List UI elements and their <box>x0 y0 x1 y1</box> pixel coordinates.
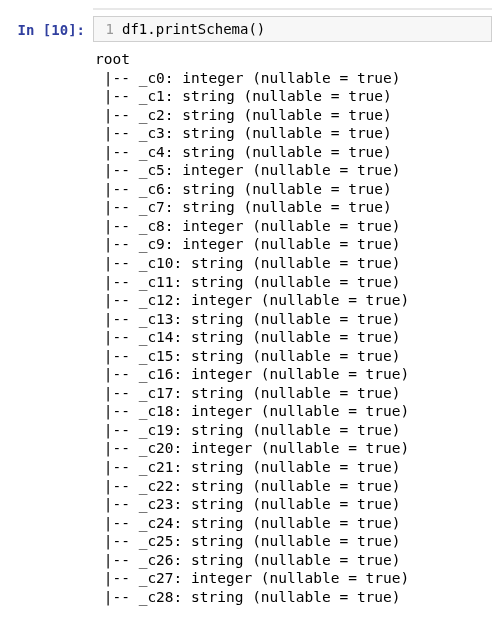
schema-lines: |-- _c0: integer (nullable = true) |-- _… <box>95 70 409 605</box>
code-input-area[interactable]: 1 df1.printSchema() <box>93 16 492 42</box>
line-number-gutter: 1 <box>94 21 122 37</box>
output-cell: root |-- _c0: integer (nullable = true) … <box>8 50 492 606</box>
output-area: root |-- _c0: integer (nullable = true) … <box>93 50 492 606</box>
prompt-label: In [10]: <box>18 22 85 38</box>
line-number: 1 <box>106 21 114 37</box>
cell-divider <box>93 8 492 10</box>
input-prompt: In [10]: <box>8 16 93 38</box>
code-text[interactable]: df1.printSchema() <box>122 21 491 37</box>
code-cell[interactable]: In [10]: 1 df1.printSchema() <box>8 16 492 42</box>
schema-root: root <box>95 51 130 67</box>
